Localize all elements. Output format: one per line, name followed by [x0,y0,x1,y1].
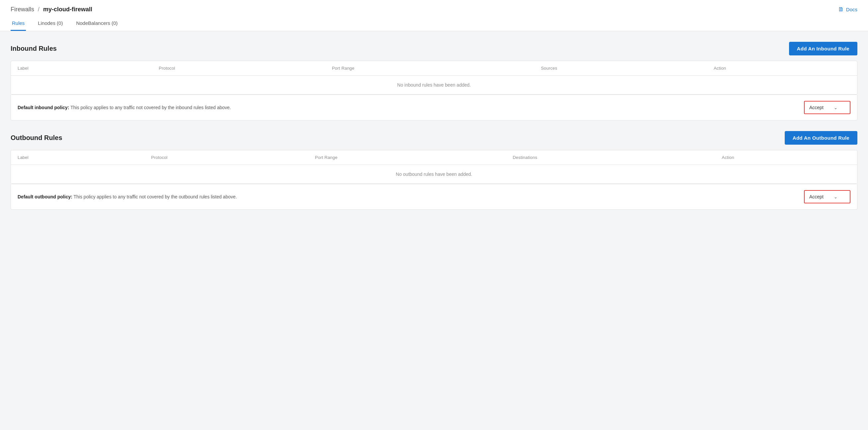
outbound-col-destinations: Destinations [506,150,715,165]
outbound-policy-label: Default outbound policy: [18,194,72,199]
breadcrumb-separator: / [38,6,39,12]
inbound-col-label: Label [11,61,152,75]
inbound-title: Inbound Rules [11,45,57,53]
outbound-empty-row: No outbound rules have been added. [11,165,857,184]
inbound-table-wrapper: Label Protocol Port Range Sources Action… [11,61,857,95]
docs-icon: 🗎 [838,6,844,13]
inbound-col-port-range: Port Range [325,61,534,75]
breadcrumb-parent: Firewalls [11,6,34,12]
outbound-col-protocol: Protocol [145,150,309,165]
breadcrumb-current: my-cloud-firewall [43,6,92,12]
outbound-policy-text: Default outbound policy: This policy app… [18,194,804,199]
tab-linodes[interactable]: Linodes (0) [36,16,64,31]
inbound-empty-row: No inbound rules have been added. [11,75,857,95]
outbound-rules-section: Outbound Rules Add An Outbound Rule Labe… [11,131,857,210]
main-content: Inbound Rules Add An Inbound Rule Label … [0,31,868,428]
inbound-policy-row: Default inbound policy: This policy appl… [11,95,857,120]
outbound-section-header: Outbound Rules Add An Outbound Rule [11,131,857,145]
inbound-policy-label: Default inbound policy: [18,105,69,110]
tabs-bar: Rules Linodes (0) NodeBalancers (0) [0,16,868,31]
inbound-empty-message: No inbound rules have been added. [11,75,857,95]
outbound-table: Label Protocol Port Range Destinations A… [11,150,857,184]
inbound-policy-description: This policy applies to any traffic not c… [69,105,231,110]
inbound-section-header: Inbound Rules Add An Inbound Rule [11,42,857,55]
outbound-policy-row: Default outbound policy: This policy app… [11,184,857,210]
docs-label: Docs [846,7,857,12]
outbound-table-header-row: Label Protocol Port Range Destinations A… [11,150,857,165]
inbound-table-header-row: Label Protocol Port Range Sources Action [11,61,857,75]
tab-nodebalancers[interactable]: NodeBalancers (0) [75,16,119,31]
add-inbound-rule-button[interactable]: Add An Inbound Rule [789,42,857,55]
outbound-col-label: Label [11,150,145,165]
outbound-col-port-range: Port Range [308,150,506,165]
inbound-policy-select[interactable]: Accept Drop [805,101,850,114]
inbound-rules-section: Inbound Rules Add An Inbound Rule Label … [11,42,857,120]
docs-link[interactable]: 🗎 Docs [838,6,857,13]
inbound-table: Label Protocol Port Range Sources Action… [11,61,857,95]
outbound-policy-description: This policy applies to any traffic not c… [72,194,237,199]
top-bar: Firewalls / my-cloud-firewall 🗎 Docs [0,0,868,13]
outbound-title: Outbound Rules [11,134,62,142]
outbound-policy-select[interactable]: Accept Drop [805,191,850,203]
tab-rules[interactable]: Rules [11,16,26,31]
breadcrumb: Firewalls / my-cloud-firewall [11,6,92,13]
footer-bar: Discard Changes Save Changes [0,428,868,430]
inbound-policy-select-wrapper: Accept Drop ⌄ [804,101,850,114]
inbound-col-protocol: Protocol [152,61,326,75]
inbound-policy-text: Default inbound policy: This policy appl… [18,105,804,110]
outbound-empty-message: No outbound rules have been added. [11,165,857,184]
outbound-policy-select-wrapper: Accept Drop ⌄ [804,190,850,204]
add-outbound-rule-button[interactable]: Add An Outbound Rule [785,131,857,145]
outbound-table-wrapper: Label Protocol Port Range Destinations A… [11,150,857,184]
inbound-col-action: Action [707,61,857,75]
inbound-col-sources: Sources [534,61,707,75]
outbound-col-action: Action [715,150,857,165]
page-wrapper: Firewalls / my-cloud-firewall 🗎 Docs Rul… [0,0,868,430]
